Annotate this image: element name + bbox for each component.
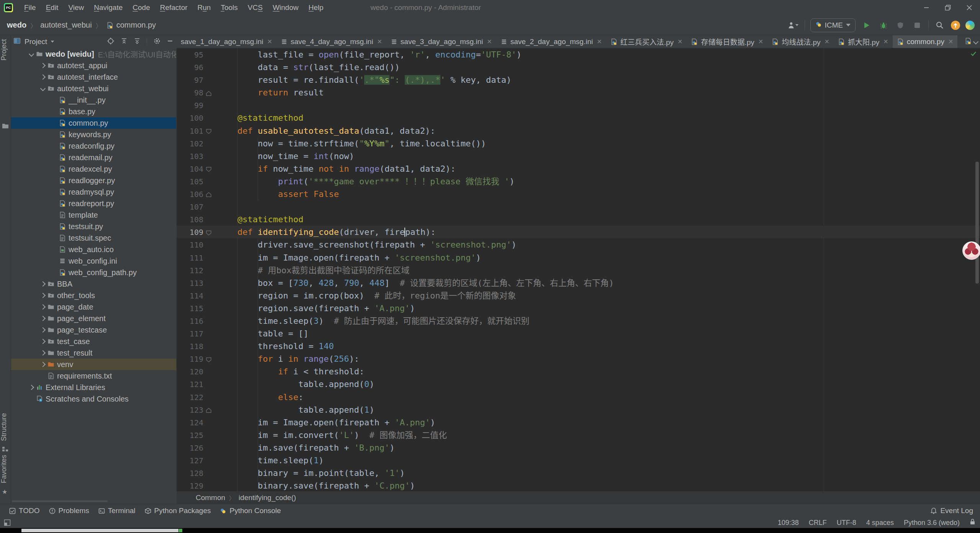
tree-expanded-arrow[interactable] [38,87,47,90]
breadcrumb-file[interactable]: common.py [116,21,156,30]
tree-item-page_date[interactable]: page_date [11,301,176,313]
tab-close-icon[interactable]: ✕ [487,38,492,45]
editor-tab-save_2_day_ago_msg.ini[interactable]: save_2_day_ago_msg.ini✕ [496,35,606,48]
user-profile-button[interactable] [788,20,799,31]
tree-collapsed-arrow[interactable] [38,362,47,366]
editor-tab-save_1_day_ago_msg.ini[interactable]: save_1_day_ago_msg.ini✕ [177,35,276,48]
tree-collapsed-arrow[interactable] [38,351,47,355]
tool-window-switcher[interactable] [4,519,11,526]
menu-item-help[interactable]: Help [303,0,328,15]
tree-collapsed-arrow[interactable] [38,305,47,309]
tree-item-External-Libraries[interactable]: External Libraries [11,382,176,393]
update-available-button[interactable] [951,21,960,30]
editor-tab-common.py[interactable]: common.py✕ [893,35,958,48]
run-configuration-select[interactable]: ICME [810,18,856,32]
code-line-114[interactable]: 114 region = im.crop(box) # 此时，region是一个… [177,289,980,302]
code-line-112[interactable]: 112 # 用box裁剪出截图中验证码的所在区域 [177,264,980,277]
code-line-109[interactable]: 109 def identifying_code(driver, firepat… [177,226,980,238]
tree-collapsed-arrow[interactable] [38,282,47,286]
code-line-116[interactable]: 116 time.sleep(3) # 防止由于网速，可能图片还没保存好，就开始… [177,315,980,327]
code-line-108[interactable]: 108 @staticmethod [177,213,980,226]
fold-marker-up[interactable] [203,188,214,201]
tree-item-base.py[interactable]: base.py [11,106,176,117]
tree-item-page_element[interactable]: page_element [11,313,176,324]
tree-item-autotest_interface[interactable]: autotest_interface [11,71,176,83]
tree-item-readlogger.py[interactable]: readlogger.py [11,175,176,186]
tree-item-autotest_appui[interactable]: autotest_appui [11,60,176,71]
menu-item-window[interactable]: Window [268,0,304,15]
tree-item-common.py[interactable]: common.py [11,117,176,129]
minimize-button[interactable] [916,0,937,15]
editor-tab-save_3_day_ago_msg.ini[interactable]: save_3_day_ago_msg.ini✕ [386,35,496,48]
code-line-118[interactable]: 118 threshold = 140 [177,340,980,353]
tab-close-icon[interactable]: ✕ [597,38,602,45]
tree-collapsed-arrow[interactable] [38,328,47,332]
tree-item-testsuit.py[interactable]: testsuit.py [11,221,176,232]
menu-item-tools[interactable]: Tools [216,0,242,15]
indent-widget[interactable]: 4 spaces [866,519,894,527]
locate-file-button[interactable] [107,37,115,46]
tool-window-button-project[interactable]: Project [0,39,11,61]
hidden-tabs-button[interactable] [974,38,978,45]
caret-position-widget[interactable]: 109:38 [778,519,799,527]
code-line-111[interactable]: 111 im = Image.open(firepath + 'screensh… [177,251,980,264]
run-button[interactable] [861,20,872,31]
code-line-98[interactable]: 98 return result [177,86,980,99]
tab-close-icon[interactable]: ✕ [377,38,382,45]
tab-close-icon[interactable]: ✕ [883,38,888,45]
tool-window-button-favorites[interactable]: Favorites [0,455,11,483]
debug-button[interactable] [878,20,889,31]
editor-vscrollbar[interactable] [975,162,979,284]
tree-item-Scratches-and-Consoles[interactable]: Scratches and Consoles [11,393,176,405]
hide-panel-button[interactable] [167,38,173,46]
code-line-124[interactable]: 124 im = Image.open(firepath + 'A.png') [177,416,980,429]
tree-item-wedo-weidu-[interactable]: wedo [weidu]E:\自动化测试\UI自动化\wedo [11,48,176,60]
tool-window-button-todo[interactable]: TODO [9,507,40,515]
tool-window-button-python-packages[interactable]: Python Packages [145,507,211,515]
tree-item-venv[interactable]: venv [11,359,176,370]
editor-tab-均线战法.py[interactable]: 均线战法.py✕ [767,35,834,48]
breadcrumb-class[interactable]: Common [196,494,225,502]
code-editor[interactable]: 95 last_file = open(file_report, 'r', en… [177,48,980,491]
tree-collapsed-arrow[interactable] [38,317,47,320]
code-line-129[interactable]: 129 binary.save(firepath + 'C.png') [177,479,980,491]
code-line-99[interactable]: 99 [177,99,980,112]
tree-collapsed-arrow[interactable] [38,339,47,343]
code-line-106[interactable]: 106 assert False [177,188,980,200]
editor-tab-存储每日数据.py[interactable]: 存储每日数据.py✕ [687,35,767,48]
fold-marker-down[interactable] [203,226,214,239]
project-panel-title[interactable]: Project [25,38,47,46]
menu-item-file[interactable]: File [19,0,41,15]
tree-item-readmysql.py[interactable]: readmysql.py [11,186,176,198]
editor-tab-抓大阳.py[interactable]: 抓大阳.py✕ [834,35,893,48]
code-line-115[interactable]: 115 region.save(firepath + 'A.png') [177,302,980,315]
tab-close-icon[interactable]: ✕ [758,38,763,45]
fold-marker-down[interactable] [203,353,214,366]
inspections-ok-icon[interactable] [970,51,977,58]
menu-item-edit[interactable]: Edit [41,0,64,15]
menu-item-navigate[interactable]: Navigate [89,0,128,15]
tab-close-icon[interactable]: ✕ [267,38,272,45]
code-line-107[interactable]: 107 [177,200,980,213]
stop-button[interactable] [911,20,923,31]
tab-close-icon[interactable]: ✕ [948,38,953,45]
project-panel-hscrollbar[interactable] [12,500,108,502]
fold-marker-down[interactable] [203,125,214,138]
tree-item-web_config.ini[interactable]: web_config.ini [11,255,176,267]
tool-window-button-event-log[interactable]: Event Log [930,507,973,515]
restore-button[interactable] [937,0,959,15]
code-line-104[interactable]: 104 if now_time not in range(data1, data… [177,162,980,175]
tool-window-button-problems[interactable]: Problems [49,507,89,515]
editor-tab-红三兵买入法.py[interactable]: 红三兵买入法.py✕ [606,35,687,48]
editor-tab-save_4_day_ago_msg.ini[interactable]: save_4_day_ago_msg.ini✕ [276,35,386,48]
tree-item-autotest_webui[interactable]: autotest_webui [11,83,176,94]
code-line-95[interactable]: 95 last_file = open(file_report, 'r', en… [177,48,980,61]
tool-window-button-terminal[interactable]: Terminal [98,507,136,515]
fold-marker-down[interactable] [203,163,214,175]
tree-item-keywords.py[interactable]: keywords.py [11,129,176,140]
tree-item-__init__.py[interactable]: __init__.py [11,94,176,106]
menu-item-view[interactable]: View [63,0,89,15]
code-line-103[interactable]: 103 now_time = int(now) [177,150,980,162]
tree-item-test_case[interactable]: test_case [11,336,176,347]
tree-item-test_result[interactable]: test_result [11,347,176,359]
